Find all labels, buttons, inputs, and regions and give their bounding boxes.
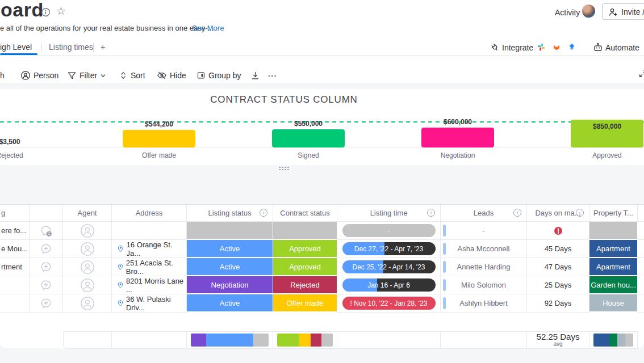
leads-cell[interactable]: Asha Mcconnell bbox=[441, 240, 527, 258]
listing_time-cell[interactable]: ! Nov 10, '22 - Jan 28, '23 bbox=[337, 294, 441, 313]
avatar[interactable] bbox=[582, 5, 595, 18]
column-header-address[interactable]: Address bbox=[112, 205, 187, 222]
column-header-agent[interactable]: Agent bbox=[63, 205, 112, 222]
hide-button[interactable]: Hide bbox=[157, 68, 186, 83]
agent-cell[interactable] bbox=[63, 240, 112, 258]
add-tab-button[interactable]: + bbox=[101, 43, 105, 52]
listing_status-cell[interactable]: Active bbox=[187, 258, 273, 276]
column-info-icon[interactable]: i bbox=[513, 209, 521, 217]
column-header-property[interactable]: Property T... bbox=[589, 205, 638, 222]
column-header-updates[interactable] bbox=[30, 205, 63, 222]
column-header-name[interactable]: g bbox=[0, 205, 30, 222]
open-updates-button[interactable] bbox=[30, 276, 63, 294]
property-cell[interactable]: House bbox=[589, 294, 638, 313]
listing_status-cell[interactable]: Active bbox=[187, 294, 273, 313]
jira-icon[interactable] bbox=[564, 39, 579, 54]
leads-cell[interactable]: Annette Harding bbox=[441, 258, 527, 276]
sort-button[interactable]: Sort bbox=[119, 68, 145, 83]
agent-cell[interactable] bbox=[63, 276, 112, 294]
property-cell[interactable]: Apartment bbox=[589, 240, 638, 258]
property-cell[interactable]: Garden hou... bbox=[589, 276, 638, 294]
listing-time-pill[interactable]: Dec 27, '22 - Apr 7, '23 bbox=[342, 242, 436, 255]
column-info-icon[interactable]: i bbox=[576, 209, 584, 217]
leads-cell[interactable]: - bbox=[441, 222, 527, 240]
expand-icon[interactable] bbox=[638, 69, 644, 81]
person-filter-button[interactable]: Person bbox=[20, 68, 58, 83]
listing_time-cell[interactable]: Jan 16 - Apr 6 bbox=[337, 276, 441, 294]
listing_status-cell[interactable]: Negotiation bbox=[187, 276, 273, 294]
overflow-cell[interactable] bbox=[638, 222, 644, 240]
leads-cell[interactable]: Milo Solomon bbox=[441, 276, 527, 294]
overflow-cell[interactable] bbox=[638, 294, 644, 313]
name-cell[interactable] bbox=[0, 294, 30, 313]
contract_status-cell[interactable] bbox=[273, 222, 337, 240]
address-cell[interactable]: 251 Acacia St. Bro... bbox=[112, 258, 187, 276]
invite-button[interactable]: Invite / bbox=[602, 3, 644, 20]
days-cell[interactable]: 45 Days bbox=[527, 240, 589, 258]
automate-robot-icon[interactable] bbox=[593, 42, 603, 52]
integrate-plug-icon[interactable] bbox=[490, 42, 500, 52]
open-updates-button[interactable]: 1 bbox=[30, 222, 63, 240]
agent-cell[interactable] bbox=[63, 294, 112, 313]
listing-time-pill[interactable]: - bbox=[342, 224, 436, 237]
slack-icon[interactable] bbox=[533, 39, 549, 54]
contract_status-cell[interactable]: Rejected bbox=[273, 276, 337, 294]
listing-time-pill[interactable]: ! Nov 10, '22 - Jan 28, '23 bbox=[342, 297, 436, 310]
open-updates-button[interactable] bbox=[30, 294, 63, 313]
listing_status-cell[interactable]: Active bbox=[187, 240, 273, 258]
see-more-link[interactable]: See More bbox=[192, 24, 224, 32]
favorite-star-icon[interactable]: ☆ bbox=[56, 5, 66, 18]
activity-button[interactable]: Activity bbox=[555, 8, 580, 17]
column-header-contract_status[interactable]: Contract status bbox=[273, 205, 337, 222]
name-cell[interactable] bbox=[0, 276, 30, 294]
group-by-button[interactable]: Group by bbox=[196, 68, 241, 83]
days-cell[interactable]: 92 Days bbox=[527, 294, 589, 313]
days-cell[interactable] bbox=[527, 222, 589, 240]
leads-cell[interactable]: Ashlyn Hibbert bbox=[441, 294, 527, 313]
listing-time-pill[interactable]: Jan 16 - Apr 6 bbox=[342, 278, 436, 292]
column-header-days[interactable]: Days on ma...i bbox=[527, 205, 589, 222]
overflow-cell[interactable] bbox=[638, 258, 644, 276]
name-cell[interactable]: e Mou... bbox=[0, 240, 30, 258]
more-options-button[interactable]: ⋯ bbox=[267, 68, 277, 83]
column-header-overflow[interactable] bbox=[638, 205, 644, 222]
gitlab-icon[interactable] bbox=[549, 39, 564, 54]
widget-resize-handle[interactable] bbox=[278, 166, 290, 171]
property-cell[interactable] bbox=[589, 222, 638, 240]
column-info-icon[interactable]: i bbox=[427, 209, 435, 217]
address-cell[interactable] bbox=[112, 222, 187, 240]
info-icon[interactable] bbox=[41, 7, 51, 17]
download-button[interactable] bbox=[250, 68, 260, 83]
listing_time-cell[interactable]: Dec 27, '22 - Apr 7, '23 bbox=[337, 240, 441, 258]
days-cell[interactable]: 25 Days bbox=[527, 276, 589, 294]
open-updates-button[interactable] bbox=[30, 240, 63, 258]
address-cell[interactable]: 8201 Morris Lane ... bbox=[112, 276, 187, 294]
overflow-cell[interactable] bbox=[638, 276, 644, 294]
address-cell[interactable]: 36 W. Pulaski Driv... bbox=[112, 294, 187, 313]
integrate-button[interactable]: Integrate bbox=[502, 43, 533, 52]
tab-listing-times[interactable]: Listing times bbox=[49, 43, 93, 52]
column-header-listing_time[interactable]: Listing timei bbox=[337, 205, 441, 222]
overflow-cell[interactable] bbox=[638, 240, 644, 258]
listing_time-cell[interactable]: - bbox=[337, 222, 441, 240]
days-cell[interactable]: 47 Days bbox=[527, 258, 589, 276]
listing-time-pill[interactable]: Dec 25, '22 - Apr 14, '23 bbox=[342, 260, 436, 273]
contract_status-cell[interactable]: Approved bbox=[273, 240, 337, 258]
listing_status-cell[interactable] bbox=[187, 222, 273, 240]
open-updates-button[interactable] bbox=[30, 258, 63, 276]
agent-cell[interactable] bbox=[63, 258, 112, 276]
name-cell[interactable]: ere fo... bbox=[0, 222, 30, 240]
column-header-listing_status[interactable]: Listing statusi bbox=[187, 205, 273, 222]
name-cell[interactable]: rtment bbox=[0, 258, 30, 276]
listing_time-cell[interactable]: Dec 25, '22 - Apr 14, '23 bbox=[337, 258, 441, 276]
agent-cell[interactable] bbox=[63, 222, 112, 240]
contract_status-cell[interactable]: Offer made bbox=[273, 294, 337, 313]
column-info-icon[interactable]: i bbox=[260, 209, 267, 217]
property-cell[interactable]: Apartment bbox=[589, 258, 638, 276]
column-header-leads[interactable]: Leadsi bbox=[441, 205, 527, 222]
contract_status-cell[interactable]: Approved bbox=[273, 258, 337, 276]
address-cell[interactable]: 16 Orange St. Ja... bbox=[112, 240, 187, 258]
automate-button[interactable]: Automate bbox=[605, 43, 639, 52]
filter-button[interactable]: Filter bbox=[67, 68, 106, 83]
tab-high-level[interactable]: igh Level bbox=[0, 43, 32, 52]
